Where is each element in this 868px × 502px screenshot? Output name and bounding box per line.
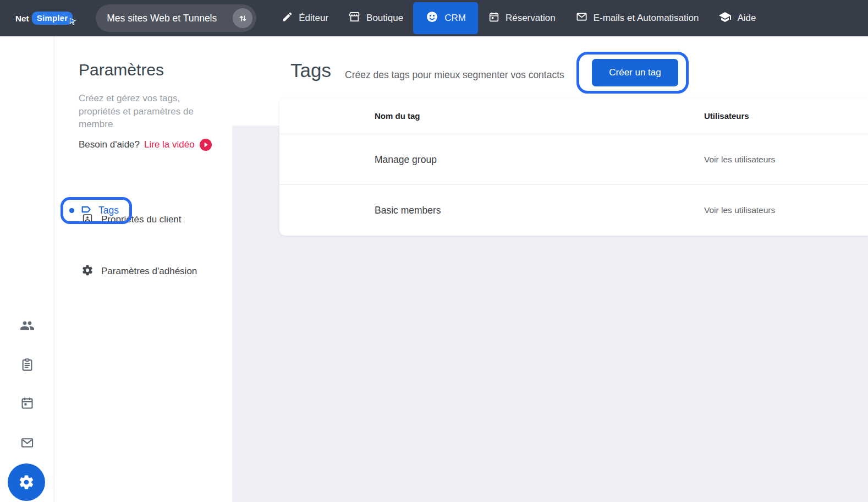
nav-item-label: Éditeur [299,13,328,24]
gear-icon [81,264,94,279]
help-prompt: Besoin d'aide? [79,139,140,150]
site-switcher-label: Mes sites Web et Tunnels [107,13,233,24]
school-icon [718,10,732,26]
sidebar-title: Paramètres [79,61,164,79]
calendar-icon[interactable] [15,391,39,415]
contacts-icon[interactable] [15,313,39,337]
sidebar-item-label: Paramètres d'adhésion [101,266,197,277]
sidebar-item-tags[interactable]: Tags [80,203,119,219]
nav-item-label: Réservation [506,13,556,24]
calendar-icon [488,11,500,26]
clipboard-icon[interactable] [15,352,39,376]
nav-item-label: Aide [737,13,756,24]
settings-sidebar: Paramètres Créez et gérez vos tags, prop… [54,36,232,502]
sort-arrows-icon[interactable] [233,8,252,28]
nav-item-label: E-mails et Automatisation [594,13,699,24]
tags-highlight-ring: Tags [61,197,132,224]
tag-name: Basic members [375,185,441,236]
watch-video-link[interactable]: Lire la vidéo [144,139,195,150]
sidebar-description: Créez et gérez vos tags, propriétés et p… [79,92,204,131]
nav-item-reservation[interactable]: Réservation [478,2,565,34]
app-logo[interactable]: Net Simpler [15,12,73,25]
page-title: Tags [290,59,331,81]
nav-item-label: Boutique [366,13,403,24]
column-header-tag-name: Nom du tag [375,98,420,134]
left-icon-rail [0,36,54,502]
mail-icon [575,10,588,26]
main-content: Tags Créez des tags pour mieux segmenter… [232,36,868,502]
play-circle-icon[interactable] [199,138,212,151]
nav-item-aide[interactable]: Aide [708,2,766,34]
sidebar-item-membership-settings[interactable]: Paramètres d'adhésion [81,264,197,279]
nav-item-boutique[interactable]: Boutique [338,2,413,34]
tag-icon [80,203,94,219]
logo-prefix: Net [15,14,29,23]
column-header-users: Utilisateurs [704,98,749,134]
tags-table-card: Nom du tag Utilisateurs Manage group Voi… [279,98,868,236]
table-row: Basic members Voir les utilisateurs [279,185,868,236]
nav-item-emails[interactable]: E-mails et Automatisation [565,2,709,34]
nav-item-label: CRM [444,13,466,24]
pen-icon [282,11,293,25]
table-header-row: Nom du tag Utilisateurs [279,98,868,134]
tag-name: Manage group [375,134,437,185]
main-menu: Éditeur Boutique CRM [272,0,766,36]
logo-badge: Simpler [32,12,73,25]
table-row: Manage group Voir les utilisateurs [279,134,868,185]
site-switcher[interactable]: Mes sites Web et Tunnels [96,4,256,32]
sidebar-item-label: Tags [98,205,119,216]
top-navigation-bar: Net Simpler Mes sites Web et Tunnels Édi… [0,0,868,36]
cursor-icon [69,18,78,29]
page-subtitle: Créez des tags pour mieux segmenter vos … [345,69,564,81]
storefront-icon [348,10,361,26]
mail-icon[interactable] [15,430,39,455]
view-users-link[interactable]: Voir les utilisateurs [704,134,775,185]
active-bullet-dot [69,208,74,213]
nav-item-crm[interactable]: CRM [413,2,478,34]
crm-faces-icon [425,10,439,26]
view-users-link[interactable]: Voir les utilisateurs [704,185,775,236]
nav-item-editor[interactable]: Éditeur [272,2,338,34]
settings-gear-icon[interactable] [8,463,45,501]
create-tag-button[interactable]: Créer un tag [592,59,678,86]
